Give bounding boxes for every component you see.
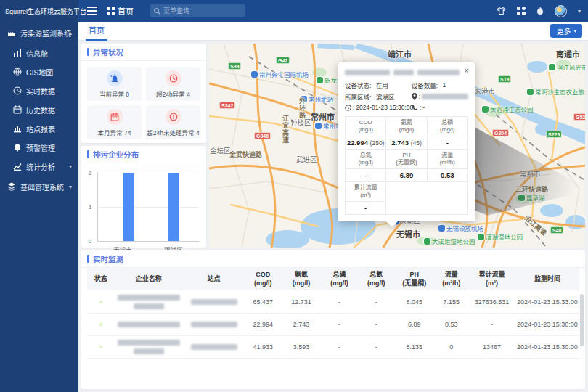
stat-card-当前异常[interactable]: 当前异常 0	[87, 67, 142, 101]
chart-bar-滨湖区	[168, 173, 179, 241]
popup-metric-value: 0.53	[427, 169, 467, 182]
sidebar-item-历史数据[interactable]: 历史数据	[0, 100, 78, 119]
chevron-down-icon: ▾	[69, 184, 72, 190]
table-cell: 0	[434, 335, 468, 358]
abnormal-panel-header: 异常状况	[81, 44, 206, 61]
popup-metric-value: -	[346, 169, 386, 182]
chart-bar-无锡市	[123, 173, 134, 241]
sidebar-item-污染源监测系统[interactable]: 污染源监测系统▴	[0, 22, 78, 44]
realtime-table: 状态企业名称站点COD(mg/l)氨氮(mg/l)总磷(mg/l)总氮(mg/l…	[87, 268, 579, 359]
sidebar-item-GIS地图[interactable]: GIS地图	[0, 62, 78, 81]
search-input[interactable]	[163, 7, 241, 15]
nav-home-label: 首页	[118, 5, 134, 17]
chart-y-tick: 0	[89, 238, 91, 245]
column-header-总氮: 总氮(mg/l)	[358, 268, 395, 290]
table-cell: -	[468, 313, 515, 335]
enterprise-distribution-panel: 排污企业分布 210 无锡市滨湖区	[81, 146, 206, 248]
menu-search-box[interactable]	[150, 4, 245, 17]
table-cell: 3.593	[282, 335, 321, 358]
popup-metric-value: -	[346, 202, 386, 215]
factory-icon	[7, 28, 16, 37]
device-count-field: 设备数量: 1	[412, 81, 468, 89]
column-header-企业名称: 企业名称	[114, 268, 183, 290]
address-field: :	[412, 92, 468, 101]
company-name-redacted	[114, 313, 183, 335]
user-menu-chevron-down-icon[interactable]: ▾	[578, 8, 581, 15]
gis-map-icon	[13, 68, 22, 76]
road-badge-S39: S39	[228, 62, 241, 70]
table-cell: -	[321, 290, 358, 313]
road-badge-G346: G346	[254, 132, 271, 139]
table-scrollbar[interactable]	[580, 294, 584, 346]
main-area: 首页 更多 ▾ 异常状况 当前异常 0超24h异常 4本月异常 74超24h未处…	[78, 22, 588, 392]
popup-metric-value: -	[427, 136, 467, 150]
sidebar-item-统计分析[interactable]: 统计分析▾	[0, 157, 78, 176]
road-badge-G42: G42	[276, 57, 290, 64]
user-avatar[interactable]	[555, 5, 567, 17]
stat-card-超24h未处理异常[interactable]: 超24h未处理异常 4	[146, 105, 200, 139]
location-pin-icon	[412, 93, 417, 100]
flame-icon[interactable]	[536, 7, 544, 15]
sidebar-item-label: GIS地图	[26, 67, 53, 78]
column-header-站点: 站点	[183, 268, 245, 290]
popup-metric-value: 6.89	[386, 169, 427, 182]
table-row[interactable]: 41.9333.593--8.1350134672024-01-23 15:30…	[87, 335, 579, 358]
theme-skin-icon[interactable]	[497, 7, 506, 15]
table-cell: 7.155	[434, 290, 468, 313]
chart-gridline	[97, 173, 199, 173]
table-cell: 0.53	[434, 313, 468, 335]
sidebar-item-站点报表[interactable]: 站点报表	[0, 119, 78, 138]
distribution-panel-header: 排污企业分布	[81, 146, 206, 163]
time-field: : 2024-01-23 15:30:00	[345, 104, 412, 111]
table-cell: 8.135	[395, 335, 434, 358]
sidebar-item-基础管理系统[interactable]: 基础管理系统▾	[0, 176, 78, 197]
chart-gridline	[97, 207, 199, 208]
clock-alert-icon	[166, 70, 181, 86]
column-header-累计流量: 累计流量(m³)	[468, 268, 515, 290]
table-cell: 12.731	[282, 290, 321, 313]
popup-metric-name: 总氮(mg/l)	[346, 150, 386, 169]
road-badge-S342: S342	[219, 102, 235, 109]
hamburger-menu-icon[interactable]	[87, 7, 97, 15]
station-name-redacted	[183, 313, 245, 335]
distribution-bar-chart: 210	[97, 172, 199, 242]
popup-close-icon[interactable]: ×	[465, 67, 469, 75]
table-cell: -	[358, 335, 395, 358]
road-badge-S229: S229	[546, 131, 562, 138]
home-grid-icon	[107, 7, 115, 15]
stat-card-本月异常[interactable]: 本月异常 74	[87, 105, 142, 139]
nav-home[interactable]: 首页	[107, 5, 134, 17]
column-header-流量: 流量(m³/h)	[434, 268, 468, 290]
sidebar-item-label: 基础管理系统	[20, 181, 64, 192]
widgets-layout-icon[interactable]	[517, 7, 526, 15]
column-header-状态: 状态	[87, 268, 114, 290]
table-cell: 2024-01-23 15:33:00	[515, 290, 579, 313]
popup-metric-value: 2.743 (45)	[386, 136, 427, 150]
station-name-redacted	[183, 290, 245, 313]
sidebar-item-预警管理[interactable]: 预警管理	[0, 138, 78, 157]
region-field: 所属区域: 滨湖区	[345, 92, 412, 101]
popup-metric-name: 流量(m³/h)	[427, 150, 467, 169]
sidebar-item-label: 实时数据	[26, 86, 55, 97]
statistics-icon	[13, 162, 22, 171]
more-button[interactable]: 更多 ▾	[550, 24, 582, 38]
table-row[interactable]: 22.9942.743--6.890.53-2024-01-23 15:30:0…	[87, 313, 579, 335]
exclamation-icon	[166, 109, 181, 125]
history-icon	[13, 105, 22, 114]
sidebar-item-实时数据[interactable]: 实时数据	[0, 81, 78, 100]
popup-metric-name: PH(无量纲)	[386, 150, 427, 169]
clock-icon	[345, 105, 351, 111]
popup-metric-name: 总磷(mg/l)	[427, 117, 467, 136]
siren-icon	[107, 70, 123, 86]
gis-map[interactable]: 靖江市南通市常州市钟楼区武进区金坛区张家港市常熟市无锡市滨湖区常州奔牛国际机场新…	[209, 44, 585, 248]
table-cell: 2024-01-23 15:30:00	[515, 335, 579, 358]
phone-field: : -	[412, 104, 468, 111]
road-badge-S19: S19	[498, 75, 511, 83]
sidebar-item-信息舱[interactable]: 信息舱	[0, 44, 78, 62]
tab-home[interactable]: 首页	[86, 22, 107, 41]
stat-card-超24h异常[interactable]: 超24h异常 4	[146, 67, 200, 101]
popup-title-redacted	[345, 70, 468, 75]
column-header-总磷: 总磷(mg/l)	[321, 268, 358, 290]
table-row[interactable]: 65.43712.731--8.0457.155327636.5312024-0…	[87, 290, 579, 313]
table-cell: -	[358, 290, 395, 313]
